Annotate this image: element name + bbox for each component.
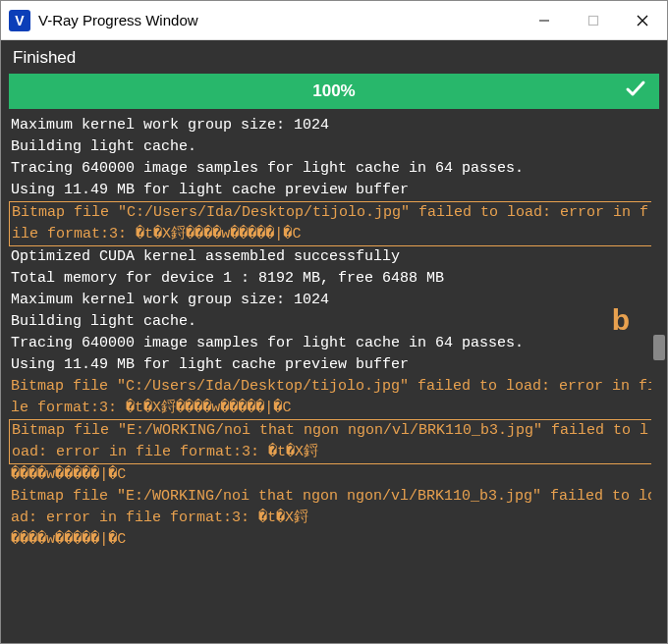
log-line: ����w�����|�C: [11, 529, 657, 551]
log-line: Bitmap file "E:/WORKING/noi that ngon ng…: [12, 420, 656, 463]
error-highlight-box: Bitmap file "E:/WORKING/noi that ngon ng…: [9, 419, 659, 464]
log-line: ����w�����|�C: [11, 464, 657, 486]
log-line: Optimized CUDA kernel assembled successf…: [11, 246, 657, 268]
log-line: Bitmap file "C:/Users/Ida/Desktop/tijolo…: [11, 376, 657, 419]
annotation-b: b: [612, 303, 630, 337]
maximize-button[interactable]: [569, 1, 618, 39]
content-area: Finished 100% Maximum kernel work group …: [1, 40, 667, 643]
log-area: Maximum kernel work group size: 1024Buil…: [1, 109, 667, 643]
status-label: Finished: [1, 40, 667, 74]
log-line: Building light cache.: [11, 311, 657, 333]
log-line: Using 11.49 MB for light cache preview b…: [11, 180, 657, 201]
window-controls: [520, 1, 667, 39]
app-icon: V: [9, 10, 30, 31]
log-line: Bitmap file "C:/Users/Ida/Desktop/tijolo…: [12, 202, 656, 245]
checkmark-icon: [624, 77, 647, 106]
scrollbar-track[interactable]: [651, 109, 667, 643]
log-line: Maximum kernel work group size: 1024: [11, 115, 657, 136]
svg-rect-1: [589, 16, 598, 25]
app-window: V V-Ray Progress Window Finished 100% Ma…: [0, 0, 668, 644]
progress-bar: 100%: [9, 74, 659, 109]
log-line: Maximum kernel work group size: 1024: [11, 290, 657, 311]
log-line: Bitmap file "E:/WORKING/noi that ngon ng…: [11, 486, 657, 529]
close-button[interactable]: [618, 1, 667, 39]
progress-text: 100%: [312, 81, 355, 101]
log-line: Total memory for device 1 : 8192 MB, fre…: [11, 268, 657, 290]
error-highlight-box: Bitmap file "C:/Users/Ida/Desktop/tijolo…: [9, 201, 659, 246]
log-line: Tracing 640000 image samples for light c…: [11, 333, 657, 354]
window-title: V-Ray Progress Window: [38, 12, 520, 28]
scrollbar-thumb[interactable]: [653, 335, 665, 360]
log-line: Using 11.49 MB for light cache preview b…: [11, 354, 657, 376]
log-line: Building light cache.: [11, 136, 657, 158]
titlebar[interactable]: V V-Ray Progress Window: [1, 1, 667, 40]
minimize-button[interactable]: [520, 1, 569, 39]
log-line: Tracing 640000 image samples for light c…: [11, 158, 657, 180]
